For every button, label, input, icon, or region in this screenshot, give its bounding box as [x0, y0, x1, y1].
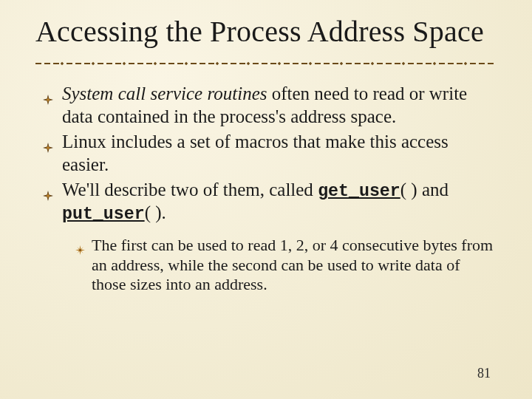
svg-point-73 [79, 249, 81, 250]
text-span: ( ) and [400, 180, 449, 200]
bullet-text: We'll describe two of them, called get_u… [62, 180, 449, 222]
compass-star-icon [43, 136, 53, 146]
svg-rect-43 [371, 62, 375, 66]
page-number: 81 [477, 366, 491, 381]
svg-marker-62 [44, 144, 52, 151]
text-span: ( ). [145, 202, 166, 222]
svg-rect-23 [216, 62, 219, 66]
svg-rect-27 [247, 62, 250, 66]
compass-star-icon [43, 88, 53, 98]
emphasis-span: System call service routines [62, 83, 267, 103]
bullet-text: System call service routines often need … [62, 83, 467, 126]
list-item: System call service routines often need … [43, 83, 497, 128]
compass-star-icon [43, 184, 53, 194]
code-span: get_user [318, 182, 400, 201]
spark-icon [75, 240, 85, 250]
list-item: Linux includes a set of macros that make… [43, 131, 497, 176]
svg-rect-39 [340, 62, 344, 66]
svg-rect-35 [309, 62, 313, 66]
bullet-text: Linux includes a set of macros that make… [62, 132, 449, 174]
svg-rect-3 [61, 62, 64, 66]
slide: Accessing the Process Address Space Syst… [0, 0, 532, 399]
svg-rect-51 [433, 62, 437, 66]
page-title: Accessing the Process Address Space [35, 16, 497, 47]
svg-rect-31 [278, 62, 282, 66]
sub-bullet-text: The first can be used to read 1, 2, or 4… [92, 236, 493, 294]
list-item: The first can be used to read 1, 2, or 4… [75, 236, 497, 295]
svg-rect-7 [92, 62, 95, 66]
bullet-list-level1: System call service routines often need … [35, 83, 497, 295]
bullet-list-level2: The first can be used to read 1, 2, or 4… [62, 236, 497, 295]
svg-marker-64 [44, 192, 52, 200]
svg-rect-19 [185, 62, 188, 66]
list-item: We'll describe two of them, called get_u… [43, 179, 497, 295]
svg-rect-47 [402, 62, 406, 66]
svg-rect-15 [154, 62, 157, 66]
svg-marker-60 [44, 96, 52, 103]
svg-rect-55 [464, 62, 468, 66]
code-span: put_user [62, 205, 145, 224]
title-divider [35, 61, 497, 66]
text-span: Linux includes a set of macros that make… [62, 132, 449, 174]
svg-rect-11 [123, 62, 126, 66]
text-span: We'll describe two of them, called [62, 180, 318, 200]
